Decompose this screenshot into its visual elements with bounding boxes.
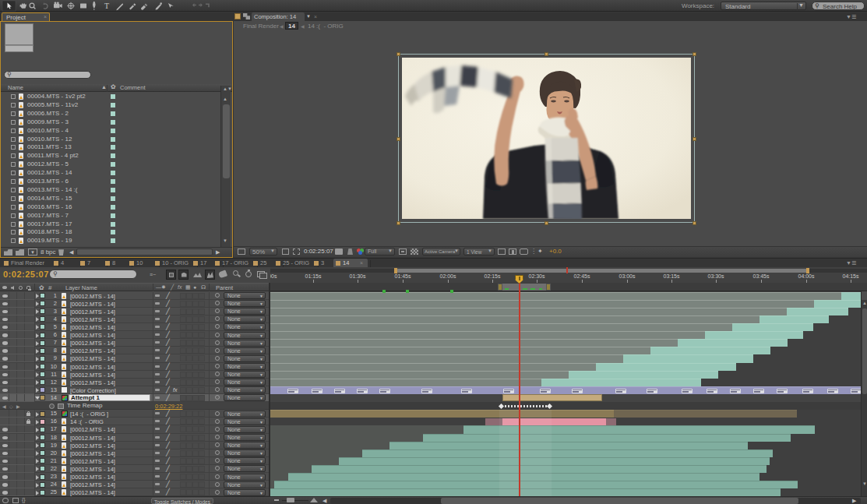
svg-text:T: T: [104, 2, 109, 10]
